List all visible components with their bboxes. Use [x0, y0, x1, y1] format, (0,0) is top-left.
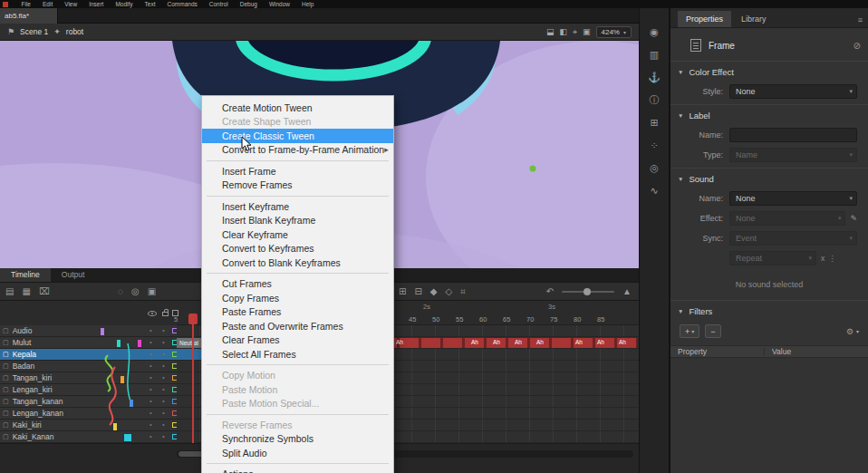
label-name-input[interactable] — [729, 128, 857, 142]
style-dropdown[interactable]: None — [729, 84, 857, 99]
panel-menu-icon[interactable]: ≡ — [858, 15, 863, 27]
loop-playback-icon[interactable]: ↶ — [546, 286, 554, 296]
menu-item-clear-frames[interactable]: Clear Frames — [202, 333, 393, 348]
tab-timeline[interactable]: Timeline — [0, 268, 51, 282]
layer-lock-dot[interactable]: • — [162, 420, 165, 429]
layer-visibility-dot[interactable]: • — [149, 338, 152, 346]
frame-grid-icon[interactable]: ⌗ — [460, 286, 466, 297]
layer-lock-dot[interactable]: • — [162, 397, 165, 405]
clip-content-icon[interactable]: ⬓ — [546, 27, 555, 36]
tab-output[interactable]: Output — [51, 268, 96, 282]
menu-text[interactable]: Text — [139, 0, 161, 8]
layer-lock-dot[interactable]: • — [162, 362, 165, 370]
layer-visibility-dot[interactable]: • — [149, 350, 152, 358]
menu-item-convert-to-keyframes[interactable]: Convert to Keyframes — [202, 242, 393, 256]
menu-file[interactable]: File — [15, 0, 36, 8]
sound-sync-dropdown[interactable]: Event — [729, 231, 857, 246]
layer-row-kaki-kiri[interactable]: ▢Kaki_kiri•• — [0, 420, 177, 431]
sound-name-dropdown[interactable]: None — [729, 191, 857, 206]
layer-lock-dot[interactable]: • — [162, 409, 165, 417]
graph-icon[interactable]: ∿ — [650, 185, 658, 196]
menu-item-create-shape-tween[interactable]: Create Shape Tween — [202, 115, 393, 130]
edit-multiple-frames-icon[interactable]: ▣ — [148, 286, 156, 296]
tab-library[interactable]: Library — [733, 11, 775, 27]
menu-window[interactable]: Window — [263, 0, 295, 8]
onion-skin-outlines-icon[interactable]: ◎ — [131, 286, 140, 296]
menu-modify[interactable]: Modify — [110, 0, 139, 8]
new-folder-icon[interactable]: ▦ — [22, 286, 30, 296]
menu-item-copy-frames[interactable]: Copy Frames — [202, 291, 393, 305]
menu-item-select-all-frames[interactable]: Select All Frames — [202, 347, 393, 362]
new-layer-icon[interactable]: ▤ — [5, 286, 14, 296]
color-effect-header[interactable]: ▼ Color Effect — [670, 61, 868, 82]
layer-visibility-dot[interactable]: • — [149, 420, 152, 429]
slider-thumb[interactable] — [583, 288, 591, 295]
timeline-zoom-slider[interactable] — [562, 291, 614, 293]
menu-commands[interactable]: Commands — [161, 0, 203, 8]
grid-icon[interactable]: ⊞ — [650, 117, 658, 128]
menu-insert[interactable]: Insert — [83, 0, 110, 8]
remove-frame-icon[interactable]: ⊟ — [414, 286, 421, 296]
center-stage-icon[interactable]: ⌖ — [573, 27, 577, 37]
live-preview-icon[interactable]: ⊘ — [854, 41, 861, 51]
zoom-control[interactable]: 424% ▾ — [596, 26, 632, 38]
anchor-icon[interactable]: ⚓ — [648, 72, 661, 82]
menu-item-cut-frames[interactable]: Cut Frames — [202, 277, 393, 292]
pencil-icon[interactable]: ✎ — [850, 214, 857, 223]
info-icon[interactable]: ⓘ — [650, 94, 660, 105]
layer-row-tangan-kanan[interactable]: ▢Tangan_kanan•• — [0, 396, 177, 408]
menu-item-paste-frames[interactable]: Paste Frames — [202, 305, 393, 320]
show-hide-column-icon[interactable] — [148, 311, 157, 316]
breadcrumb-symbol[interactable]: robot — [66, 27, 83, 36]
delete-layer-icon[interactable]: ⌧ — [39, 286, 50, 296]
layer-visibility-dot[interactable]: • — [149, 373, 152, 381]
loop-icon[interactable]: ◎ — [650, 162, 659, 173]
menu-item-reverse-frames[interactable]: Reverse Frames — [202, 418, 393, 432]
layer-row-kaki-kanan[interactable]: ▢Kaki_Kanan•• — [0, 431, 177, 443]
document-tab[interactable]: ab5.fla* — [0, 8, 58, 24]
layer-row-tangan-kiri[interactable]: ▢Tangan_kiri•• — [0, 372, 177, 384]
camera-icon[interactable]: ◉ — [650, 26, 659, 37]
label-type-dropdown[interactable]: Name — [729, 148, 857, 162]
menu-item-convert-to-frame-by-frame-animation[interactable]: Convert to Frame-by-Frame Animation▸ — [202, 143, 393, 158]
layer-visibility-dot[interactable]: • — [149, 409, 152, 417]
filter-options-icon[interactable]: ⚙ — [846, 327, 854, 336]
menu-item-paste-motion-special[interactable]: Paste Motion Special... — [202, 397, 393, 411]
sound-effect-dropdown[interactable]: None — [729, 211, 845, 226]
frame-view-options-icon[interactable]: ▲ — [622, 286, 632, 296]
frames-panel-icon[interactable]: ▥ — [650, 49, 659, 60]
layer-visibility-dot[interactable]: • — [149, 362, 152, 370]
sound-header[interactable]: ▼ Sound — [670, 168, 868, 188]
menu-item-clear-keyframe[interactable]: Clear Keyframe — [202, 227, 393, 242]
repeat-stepper-icon[interactable]: ⋮ — [828, 254, 836, 263]
label-header[interactable]: ▼ Label — [670, 104, 868, 125]
layer-row-kepala[interactable]: ▢Kepala•• — [0, 349, 177, 361]
layer-lock-dot[interactable]: • — [162, 338, 165, 346]
tab-properties[interactable]: Properties — [678, 11, 731, 27]
menu-item-copy-motion[interactable]: Copy Motion — [202, 369, 393, 383]
menu-item-paste-and-overwrite-frames[interactable]: Paste and Overwrite Frames — [202, 319, 393, 333]
menu-item-convert-to-blank-keyframes[interactable]: Convert to Blank Keyframes — [202, 256, 393, 270]
insert-keyframe-icon[interactable]: ◆ — [430, 286, 438, 296]
layer-row-badan[interactable]: ▢Badan•• — [0, 361, 177, 372]
insert-frame-icon[interactable]: ⊞ — [399, 286, 406, 296]
menu-item-insert-blank-keyframe[interactable]: Insert Blank Keyframe — [202, 214, 393, 228]
menu-item-create-classic-tween[interactable]: Create Classic Tween — [202, 129, 393, 143]
menu-item-insert-frame[interactable]: Insert Frame — [202, 164, 393, 179]
sound-repeat-dropdown[interactable]: Repeat — [729, 251, 816, 265]
layer-visibility-dot[interactable]: • — [149, 385, 152, 393]
layer-visibility-dot[interactable]: • — [149, 397, 152, 405]
menu-control[interactable]: Control — [203, 0, 234, 8]
fill-color-icon[interactable]: ◧ — [559, 27, 567, 36]
menu-edit[interactable]: Edit — [36, 0, 58, 8]
layer-row-mulut[interactable]: ▢Mulut•• — [0, 337, 177, 349]
layer-lock-dot[interactable]: • — [162, 350, 165, 358]
layer-visibility-dot[interactable]: • — [149, 326, 152, 334]
menu-item-create-motion-tween[interactable]: Create Motion Tween — [202, 101, 393, 115]
layer-lock-dot[interactable]: • — [162, 373, 165, 381]
remove-filter-button[interactable]: − — [705, 324, 720, 338]
add-filter-button[interactable]: + ▾ — [680, 324, 699, 338]
menu-debug[interactable]: Debug — [234, 0, 263, 8]
layer-visibility-dot[interactable]: • — [149, 432, 152, 440]
menu-item-split-audio[interactable]: Split Audio — [202, 446, 393, 460]
